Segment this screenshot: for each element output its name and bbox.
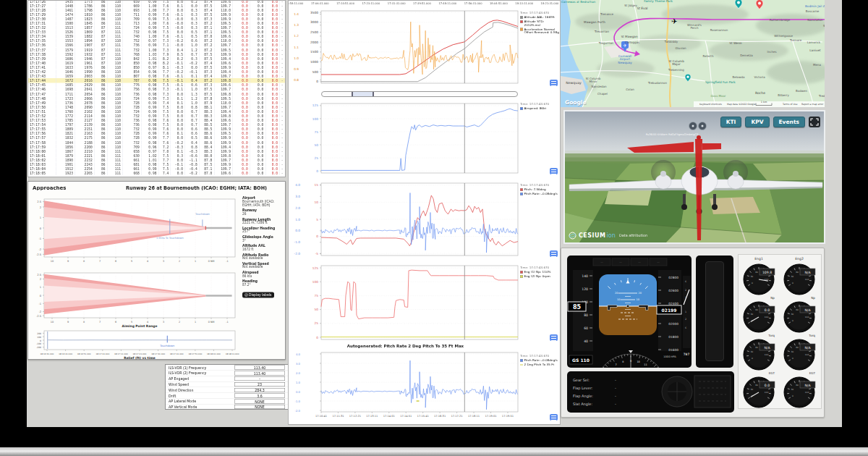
svg-text:1.0: 1.0 bbox=[295, 218, 300, 221]
table-row[interactable]: 17:17:4216461990861108540.967.7-0.2-0.18… bbox=[28, 69, 285, 74]
svg-text:3500: 3500 bbox=[310, 11, 318, 14]
timeline-axis[interactable]: 16:58:11.00017:06:31.00017:14:51.00017:2… bbox=[289, 1, 561, 8]
legend-item[interactable]: Altitude AAL: 1669ft bbox=[520, 16, 561, 20]
kpv-button[interactable]: KPV bbox=[745, 117, 769, 127]
approach-profile-chart[interactable]: 2.5210-1-2-2.5109876543210 NM-1Aiming Po… bbox=[30, 270, 241, 331]
table-row[interactable]: 17:17:3415391882871117401.007.6-0.10.587… bbox=[28, 34, 285, 38]
table-row[interactable]: 17:17:4616982041861107560.987.3-0.11.087… bbox=[28, 87, 285, 91]
svg-text:200: 200 bbox=[37, 332, 41, 335]
settings-value[interactable]: 23 bbox=[234, 382, 285, 387]
svg-text:Reterth: Reterth bbox=[703, 54, 714, 58]
time-range-slider[interactable] bbox=[289, 90, 561, 98]
info-field-value: 257° bbox=[242, 230, 285, 234]
relief-chart[interactable]: 2001000-100-20018:16:31.00018:16:41.0001… bbox=[30, 329, 241, 360]
table-row[interactable]: 17:17:2914741810861107110.997.6-0.10.387… bbox=[28, 12, 285, 17]
table-row[interactable]: 17:17:4717112054861107360.987.30.01.387.… bbox=[28, 91, 285, 96]
table-row[interactable]: 17:17:5117602102861107240.997.50.00.788.… bbox=[28, 109, 285, 114]
table-row[interactable]: 17:17:2714481786861106691.007.60.10.087.… bbox=[28, 4, 285, 8]
data-attribution-link[interactable]: Data attribution bbox=[619, 234, 647, 238]
events-button[interactable]: Events bbox=[773, 117, 806, 127]
settings-row: ILS-VOR (2) Frequency113.40 bbox=[166, 371, 292, 376]
table-row[interactable]: 17:17:3815921932871117681.037.90.50.787.… bbox=[28, 52, 285, 56]
table-row[interactable]: 17:17:2814611798861106931.007.70.00.387.… bbox=[28, 8, 285, 12]
table-row[interactable]: 17:18:0419122254861116610.997.5-0.0-0.48… bbox=[28, 166, 285, 171]
svg-text:140: 140 bbox=[582, 274, 588, 278]
table-row[interactable]: 17:17:5618212163861107280.997.60.10.688.… bbox=[28, 131, 285, 135]
table-row[interactable]: 17:18:0519232265861116680.987.40.0-0.287… bbox=[28, 171, 285, 175]
table-row[interactable]: 17:17:4817232066861107240.997.30.11.287.… bbox=[28, 96, 285, 101]
svg-text:109.8: 109.8 bbox=[762, 271, 772, 274]
table-row[interactable]: 17:17:3115001845861117131.007.6-0.00.387… bbox=[28, 21, 285, 25]
legend-swatch bbox=[520, 271, 523, 274]
kti-button[interactable]: KTI bbox=[720, 117, 742, 127]
legend-item[interactable]: Pitch Rate: -0.08deg/s bbox=[520, 359, 561, 363]
table-row[interactable]: 17:17:5818442188861107320.987.6-0.20.488… bbox=[28, 140, 285, 145]
cesium-3d-panel[interactable]: Ru36/00 KtiWarn RdGsFltgmsGlmbeigCfl KTI… bbox=[563, 110, 825, 244]
table-row[interactable]: 17:17:5217722114861107320.997.50.00.788.… bbox=[28, 114, 285, 118]
table-row[interactable]: 17:17:2614351773861106590.997.50.00.287.… bbox=[28, 0, 285, 4]
svg-text:1: 1 bbox=[685, 311, 686, 313]
range-slider-selection[interactable] bbox=[352, 92, 374, 96]
table-row[interactable]: 17:17:4416722016861107870.987.5-0.10.487… bbox=[28, 78, 285, 83]
chart-menu-icon[interactable] bbox=[550, 250, 558, 257]
svg-text:18:16:51.000: 18:16:51.000 bbox=[77, 352, 91, 355]
legend-item[interactable]: Eng (1) Np: 110% bbox=[520, 271, 561, 274]
range-slider-track[interactable] bbox=[321, 91, 518, 97]
table-row[interactable]: 17:17:3715791919871117321.007.30.41.287.… bbox=[28, 48, 285, 52]
table-row[interactable]: 17:17:4016191961871108500.988.2-0.1-0.28… bbox=[28, 61, 285, 65]
table-row[interactable]: 17:17:3014871823861107090.997.5-0.00.387… bbox=[28, 17, 285, 21]
table-row[interactable]: 17:17:4316592003861108070.987.6-0.10.187… bbox=[28, 74, 285, 78]
legend-item[interactable]: Airspeed: 86kt bbox=[520, 107, 561, 111]
settings-value[interactable]: NONE bbox=[234, 405, 285, 409]
table-row[interactable]: 17:17:5317852127861107360.987.60.00.788.… bbox=[28, 118, 285, 122]
svg-text:Slat Angle:: Slat Angle: bbox=[573, 402, 592, 407]
table-row[interactable]: 17:17:4516852029861107760.987.5-0.10.687… bbox=[28, 83, 285, 87]
legend-item[interactable]: Acceleration Normal Offset Removed: 0.98… bbox=[520, 28, 561, 35]
chart-menu-icon[interactable] bbox=[550, 168, 558, 174]
table-row[interactable]: 17:18:0218902232861116611.017.70.0-1.187… bbox=[28, 158, 285, 162]
svg-text:-: - bbox=[615, 386, 616, 390]
table-row[interactable]: 17:17:5918562200861107090.967.2-0.30.888… bbox=[28, 145, 285, 149]
fullscreen-button[interactable] bbox=[809, 117, 820, 127]
flight-data-table[interactable]: 17:17:2614351773861106590.997.50.00.287.… bbox=[28, 0, 285, 175]
table-row[interactable]: 17:17:3315261869871117320.987.50.00.587.… bbox=[28, 30, 285, 34]
table-row[interactable]: 17:17:3615661907871117360.997.1-0.01.087… bbox=[28, 43, 285, 47]
table-row[interactable]: 17:18:0319012243861116810.987.5-0.1-0.88… bbox=[28, 162, 285, 166]
chart-menu-icon[interactable] bbox=[550, 80, 558, 86]
svg-text:-2.0: -2.0 bbox=[295, 409, 301, 413]
svg-text:5: 5 bbox=[316, 218, 318, 221]
map-canvas[interactable]: ✈ ✈ Carnewas at BedruthanFamily Theme Pa… bbox=[561, 0, 825, 107]
table-row[interactable]: 17:17:3916061946871108421.018.20.20.387.… bbox=[28, 56, 285, 61]
table-row[interactable]: 17:17:4116331976861108500.978.1-0.30.087… bbox=[28, 65, 285, 69]
legend-swatch bbox=[520, 16, 523, 19]
map-panel[interactable]: ✈ ✈ Carnewas at BedruthanFamily Theme Pa… bbox=[561, 0, 825, 107]
table-row[interactable]: 17:17:5718322175861107280.997.70.00.588.… bbox=[28, 135, 285, 140]
settings-value[interactable]: - bbox=[234, 376, 285, 381]
svg-text:Touchdown: Touchdown bbox=[195, 213, 210, 216]
settings-value[interactable]: NONE bbox=[234, 399, 285, 403]
table-row[interactable]: 17:17:5518092151861107320.997.60.00.688.… bbox=[28, 127, 285, 131]
table-row[interactable]: 17:18:0018672210861116580.977.00.1-0.388… bbox=[28, 149, 285, 153]
table-row[interactable]: 17:18:0118792221861116301.027.50.3-0.688… bbox=[28, 153, 285, 158]
cesium-scene[interactable]: Ru36/00 KtiWarn RdGsFltgmsGlmbeigCfl bbox=[565, 111, 824, 242]
display-labels-button[interactable]: ✓Display labels bbox=[242, 292, 274, 297]
table-row[interactable]: 17:17:5417972139861107360.987.50.00.788.… bbox=[28, 122, 285, 127]
settings-value[interactable]: 113.40 bbox=[234, 371, 285, 375]
legend-item[interactable]: Altitude STD: 2012ft.msl bbox=[520, 20, 561, 27]
legend-item[interactable]: Pitch: 7.56deg bbox=[520, 188, 561, 192]
legend-item[interactable]: Pitch Rate: -0.08deg/s bbox=[520, 192, 561, 195]
chart-menu-icon[interactable] bbox=[550, 414, 558, 421]
approach-plan-chart[interactable]: 2.5210-1-2-2.5109876543210 NM-11 Mins To… bbox=[30, 195, 241, 270]
legend-item[interactable]: Eng (2) Np: 0rpm bbox=[520, 274, 561, 278]
svg-text:02800: 02800 bbox=[668, 276, 678, 279]
legend-item[interactable]: 2 Deg Pitch To 35 Ft bbox=[520, 363, 561, 366]
settings-value[interactable]: 3.6 bbox=[234, 394, 285, 398]
table-row[interactable]: 17:17:4917362078861107280.997.40.11.087.… bbox=[28, 101, 285, 105]
settings-value[interactable]: 284.3 bbox=[234, 388, 285, 392]
table-row[interactable]: 17:17:3515531894871107520.977.3-0.20.687… bbox=[28, 38, 285, 43]
settings-value[interactable]: 113.40 bbox=[234, 366, 285, 370]
chart-menu-icon[interactable] bbox=[550, 334, 558, 341]
table-row[interactable]: 17:17:5017482090861107280.997.50.00.888.… bbox=[28, 105, 285, 109]
table-row[interactable]: 17:17:3215131857871117240.997.5-0.00.387… bbox=[28, 25, 285, 30]
cesium-logo[interactable]: CESIUM ion Data attribution bbox=[569, 232, 660, 240]
